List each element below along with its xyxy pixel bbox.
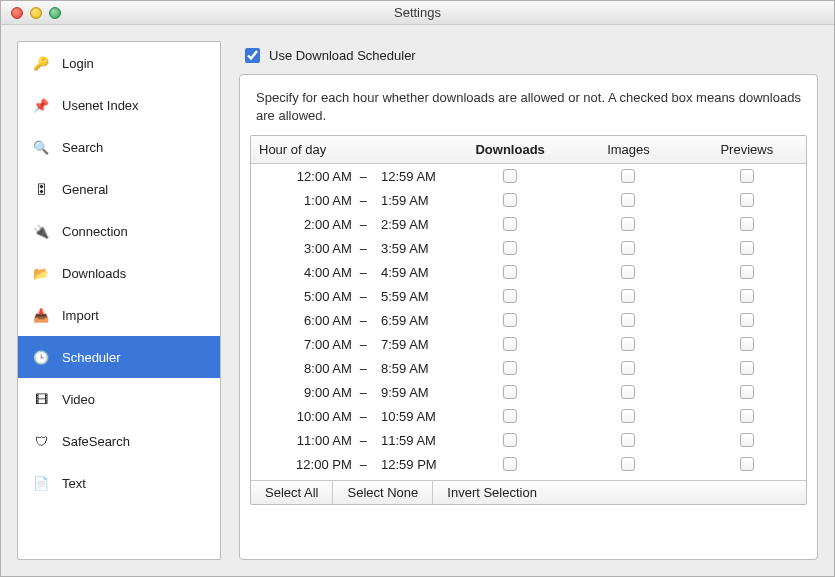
previews-checkbox[interactable] bbox=[740, 457, 754, 471]
sidebar-item-login[interactable]: 🔑Login bbox=[18, 42, 220, 84]
sidebar-item-label: Login bbox=[62, 56, 94, 71]
images-checkbox[interactable] bbox=[621, 193, 635, 207]
scheduler-description: Specify for each hour whether downloads … bbox=[250, 85, 807, 135]
images-checkbox[interactable] bbox=[621, 241, 635, 255]
table-row: 9:00 AM – 9:59 AM bbox=[251, 380, 806, 404]
downloads-checkbox[interactable] bbox=[503, 193, 517, 207]
hour-end: 12:59 AM bbox=[375, 169, 451, 184]
sidebar-item-label: Import bbox=[62, 308, 99, 323]
select-all-button[interactable]: Select All bbox=[251, 481, 333, 504]
previews-checkbox[interactable] bbox=[740, 289, 754, 303]
col-hour[interactable]: Hour of day bbox=[251, 136, 451, 163]
downloads-checkbox[interactable] bbox=[503, 313, 517, 327]
images-cell bbox=[569, 241, 687, 255]
sidebar-item-import[interactable]: 📥Import bbox=[18, 294, 220, 336]
table-row: 5:00 AM – 5:59 AM bbox=[251, 284, 806, 308]
downloads-cell bbox=[451, 409, 569, 423]
sidebar-item-video[interactable]: 🎞Video bbox=[18, 378, 220, 420]
table-row: 10:00 AM – 10:59 AM bbox=[251, 404, 806, 428]
hour-end: 9:59 AM bbox=[375, 385, 451, 400]
downloads-checkbox[interactable] bbox=[503, 409, 517, 423]
previews-checkbox[interactable] bbox=[740, 361, 754, 375]
downloads-checkbox[interactable] bbox=[503, 169, 517, 183]
downloads-checkbox[interactable] bbox=[503, 361, 517, 375]
images-checkbox[interactable] bbox=[621, 313, 635, 327]
invert-selection-button[interactable]: Invert Selection bbox=[433, 481, 551, 504]
hour-end: 11:59 AM bbox=[375, 433, 451, 448]
images-checkbox[interactable] bbox=[621, 265, 635, 279]
downloads-cell bbox=[451, 433, 569, 447]
images-checkbox[interactable] bbox=[621, 433, 635, 447]
hour-end: 8:59 AM bbox=[375, 361, 451, 376]
downloads-checkbox[interactable] bbox=[503, 265, 517, 279]
use-scheduler-label[interactable]: Use Download Scheduler bbox=[269, 48, 416, 63]
downloads-checkbox[interactable] bbox=[503, 433, 517, 447]
downloads-cell bbox=[451, 169, 569, 183]
use-scheduler-checkbox[interactable] bbox=[245, 48, 260, 63]
sidebar-item-label: Search bbox=[62, 140, 103, 155]
sidebar-item-safesearch[interactable]: 🛡SafeSearch bbox=[18, 420, 220, 462]
sidebar-item-connection[interactable]: 🔌Connection bbox=[18, 210, 220, 252]
previews-checkbox[interactable] bbox=[740, 313, 754, 327]
sidebar-item-downloads[interactable]: 📂Downloads bbox=[18, 252, 220, 294]
sidebar: 🔑Login📌Usenet Index🔍Search🎛General🔌Conne… bbox=[17, 41, 221, 560]
images-checkbox[interactable] bbox=[621, 409, 635, 423]
previews-checkbox[interactable] bbox=[740, 385, 754, 399]
plug-icon: 🔌 bbox=[30, 220, 52, 242]
hour-end: 5:59 AM bbox=[375, 289, 451, 304]
hour-end: 1:59 AM bbox=[375, 193, 451, 208]
images-checkbox[interactable] bbox=[621, 457, 635, 471]
table-row: 1:00 AM – 1:59 AM bbox=[251, 188, 806, 212]
hour-separator: – bbox=[356, 457, 371, 472]
previews-cell bbox=[688, 169, 806, 183]
sidebar-item-search[interactable]: 🔍Search bbox=[18, 126, 220, 168]
col-previews[interactable]: Previews bbox=[688, 136, 806, 163]
previews-checkbox[interactable] bbox=[740, 193, 754, 207]
hour-start: 12:00 AM bbox=[278, 169, 352, 184]
table-body[interactable]: 12:00 AM – 12:59 AM1:00 AM – 1:59 AM2:00… bbox=[251, 164, 806, 480]
sidebar-item-general[interactable]: 🎛General bbox=[18, 168, 220, 210]
downloads-checkbox[interactable] bbox=[503, 457, 517, 471]
table-row: 8:00 AM – 8:59 AM bbox=[251, 356, 806, 380]
images-checkbox[interactable] bbox=[621, 289, 635, 303]
images-checkbox[interactable] bbox=[621, 217, 635, 231]
downloads-checkbox[interactable] bbox=[503, 241, 517, 255]
close-icon[interactable] bbox=[11, 7, 23, 19]
previews-checkbox[interactable] bbox=[740, 409, 754, 423]
images-checkbox[interactable] bbox=[621, 361, 635, 375]
col-images[interactable]: Images bbox=[569, 136, 687, 163]
previews-checkbox[interactable] bbox=[740, 265, 754, 279]
sidebar-item-label: Text bbox=[62, 476, 86, 491]
downloads-checkbox[interactable] bbox=[503, 337, 517, 351]
images-cell bbox=[569, 217, 687, 231]
hour-cell: 3:00 AM – 3:59 AM bbox=[251, 241, 451, 256]
sidebar-item-scheduler[interactable]: 🕒Scheduler bbox=[18, 336, 220, 378]
content-pane: Use Download Scheduler Specify for each … bbox=[239, 41, 818, 560]
downloads-checkbox[interactable] bbox=[503, 385, 517, 399]
previews-checkbox[interactable] bbox=[740, 241, 754, 255]
hour-cell: 1:00 AM – 1:59 AM bbox=[251, 193, 451, 208]
sidebar-item-usenet-index[interactable]: 📌Usenet Index bbox=[18, 84, 220, 126]
previews-checkbox[interactable] bbox=[740, 337, 754, 351]
hour-separator: – bbox=[356, 409, 371, 424]
hour-end: 10:59 AM bbox=[375, 409, 451, 424]
zoom-icon[interactable] bbox=[49, 7, 61, 19]
hour-start: 6:00 AM bbox=[278, 313, 352, 328]
previews-checkbox[interactable] bbox=[740, 169, 754, 183]
previews-checkbox[interactable] bbox=[740, 433, 754, 447]
images-checkbox[interactable] bbox=[621, 169, 635, 183]
images-checkbox[interactable] bbox=[621, 385, 635, 399]
downloads-checkbox[interactable] bbox=[503, 217, 517, 231]
downloads-checkbox[interactable] bbox=[503, 289, 517, 303]
minimize-icon[interactable] bbox=[30, 7, 42, 19]
select-none-button[interactable]: Select None bbox=[333, 481, 433, 504]
images-cell bbox=[569, 313, 687, 327]
previews-checkbox[interactable] bbox=[740, 217, 754, 231]
sidebar-item-text[interactable]: 📄Text bbox=[18, 462, 220, 504]
table-row: 3:00 AM – 3:59 AM bbox=[251, 236, 806, 260]
previews-cell bbox=[688, 289, 806, 303]
hour-end: 2:59 AM bbox=[375, 217, 451, 232]
images-checkbox[interactable] bbox=[621, 337, 635, 351]
col-downloads[interactable]: Downloads bbox=[451, 136, 569, 163]
hour-separator: – bbox=[356, 217, 371, 232]
